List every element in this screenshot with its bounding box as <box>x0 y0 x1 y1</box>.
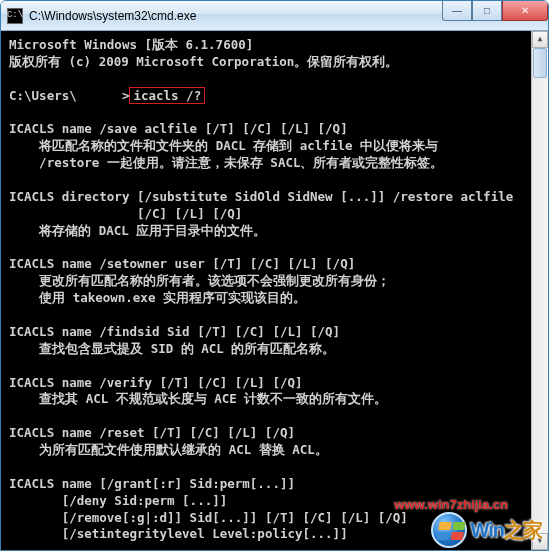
line: 查找包含显式提及 SID 的 ACL 的所有匹配名称。 <box>9 341 335 356</box>
line: ICACLS directory [/substitute SidOld Sid… <box>9 189 513 204</box>
cmd-window: C:\ C:\Windows\system32\cmd.exe — □ ✕ Mi… <box>0 0 549 551</box>
terminal-output[interactable]: Microsoft Windows [版本 6.1.7600] 版权所有 (c)… <box>1 31 548 550</box>
maximize-button[interactable]: □ <box>472 1 502 21</box>
watermark-url: www.win7zhijia.cn <box>394 497 508 512</box>
line: 查找其 ACL 不规范或长度与 ACE 计数不一致的所有文件。 <box>9 391 387 406</box>
command-highlight: icacls /? <box>129 87 205 104</box>
line: [/deny Sid:perm [...]] <box>9 493 227 508</box>
brand-left: Win <box>471 519 504 541</box>
line: [/setintegritylevel Level:policy[...]] <box>9 526 348 541</box>
line: /restore 一起使用。请注意，未保存 SACL、所有者或完整性标签。 <box>9 155 443 170</box>
window-controls: — □ ✕ <box>442 1 548 21</box>
scroll-track[interactable] <box>532 48 548 533</box>
app-icon-label: C:\ <box>7 11 23 20</box>
minimize-button[interactable]: — <box>442 1 472 21</box>
close-button[interactable]: ✕ <box>502 1 548 21</box>
line: 使用 takeown.exe 实用程序可实现该目的。 <box>9 290 306 305</box>
watermark-brand: Win之家 <box>471 517 542 544</box>
app-icon: C:\ <box>7 8 23 24</box>
line: 版权所有 (c) 2009 Microsoft Corporation。保留所有… <box>9 54 398 69</box>
watermark-logo: Win之家 <box>431 512 542 548</box>
window-title: C:\Windows\system32\cmd.exe <box>29 9 196 23</box>
line: ICACLS name /reset [/T] [/C] [/L] [/Q] <box>9 425 295 440</box>
line: 将存储的 DACL 应用于目录中的文件。 <box>9 223 266 238</box>
line: ICACLS name [/grant[:r] Sid:perm[...]] <box>9 476 295 491</box>
line: [/remove[:g|:d]] Sid[...]] [/T] [/C] [/L… <box>9 510 408 525</box>
prompt-path: C:\Users\ <box>9 88 77 103</box>
line: 为所有匹配文件使用默认继承的 ACL 替换 ACL。 <box>9 442 328 457</box>
line: 将匹配名称的文件和文件夹的 DACL 存储到 aclfile 中以便将来与 <box>9 138 438 153</box>
scroll-up-button[interactable]: ▲ <box>532 31 548 48</box>
line: ICACLS name /verify [/T] [/C] [/L] [/Q] <box>9 375 303 390</box>
scroll-thumb[interactable] <box>533 48 547 78</box>
line: [/C] [/L] [/Q] <box>9 206 242 221</box>
line: 更改所有匹配名称的所有者。该选项不会强制更改所有身份； <box>9 273 390 288</box>
line: Microsoft Windows [版本 6.1.7600] <box>9 37 253 52</box>
line: ICACLS name /setowner user [/T] [/C] [/L… <box>9 256 355 271</box>
vertical-scrollbar[interactable]: ▲ ▼ <box>531 31 548 550</box>
line: ICACLS name /findsid Sid [/T] [/C] [/L] … <box>9 324 340 339</box>
brand-right: 之家 <box>504 519 542 541</box>
titlebar[interactable]: C:\ C:\Windows\system32\cmd.exe — □ ✕ <box>1 1 548 31</box>
line: ICACLS name /save aclfile [/T] [/C] [/L]… <box>9 121 348 136</box>
windows-orb-icon <box>431 512 467 548</box>
